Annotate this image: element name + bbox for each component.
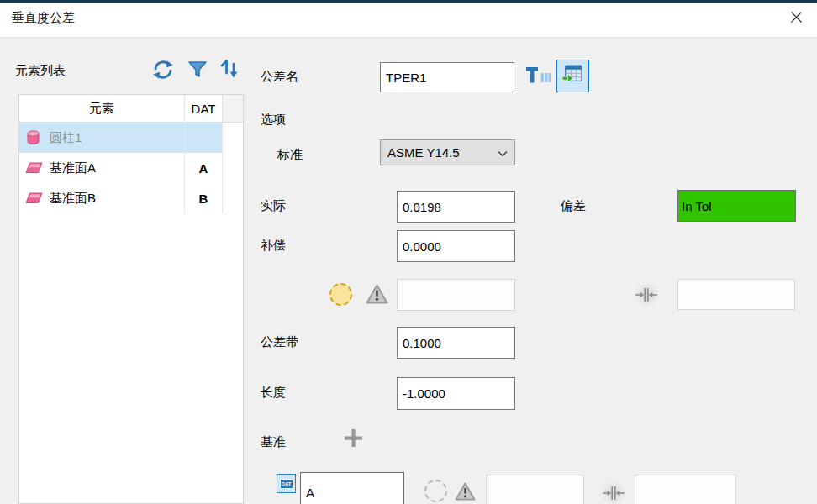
datum-badge-icon: DAT xyxy=(277,474,296,493)
element-table: 元素 DAT 圆柱1 基准面A A xyxy=(18,94,244,504)
filter-icon xyxy=(187,60,208,83)
length-label: 长度 xyxy=(261,385,286,401)
element-list-title: 元素列表 xyxy=(15,63,66,79)
send-to-report-button[interactable] xyxy=(556,60,589,92)
datum-material-condition-circle-icon[interactable] xyxy=(424,480,447,502)
datum-badge-text: DAT xyxy=(280,479,293,489)
length-input[interactable] xyxy=(397,377,515,410)
close-icon xyxy=(790,11,803,27)
tolerance-band-label: 公差带 xyxy=(261,334,298,350)
row-dat-value xyxy=(184,123,222,153)
add-datum-button[interactable] xyxy=(341,428,365,451)
row-label: 基准面B xyxy=(50,191,96,207)
row-dat-value: A xyxy=(184,153,222,183)
datum-zone-width-input xyxy=(635,475,736,504)
plane-icon xyxy=(25,160,43,176)
zone-width-icon xyxy=(634,282,659,307)
row-label: 基准面A xyxy=(50,160,96,176)
material-condition-circle-icon[interactable] xyxy=(329,283,352,306)
title-bar xyxy=(0,3,817,38)
chevron-down-icon xyxy=(498,145,508,160)
standard-label: 标准 xyxy=(277,147,303,163)
datum-section-label: 基准 xyxy=(261,434,286,450)
plane-icon xyxy=(25,190,43,207)
rename-tolerance-button[interactable] xyxy=(524,65,554,88)
datum-warning-triangle-icon xyxy=(455,481,476,504)
standard-selected-value: ASME Y14.5 xyxy=(387,145,460,160)
column-header-element[interactable]: 元素 xyxy=(19,95,184,122)
warning-triangle-icon xyxy=(366,283,388,308)
text-label-icon xyxy=(524,63,553,90)
deviation-status-text: In Tol xyxy=(682,199,712,213)
actual-value-input[interactable] xyxy=(397,191,515,223)
sort-button[interactable] xyxy=(218,59,241,84)
tolerance-name-input[interactable] xyxy=(380,62,514,92)
deviation-label: 偏差 xyxy=(561,198,586,214)
dialog-title: 垂直度公差 xyxy=(12,0,75,34)
table-row-cylinder[interactable]: 圆柱1 xyxy=(19,123,243,153)
filter-button[interactable] xyxy=(187,60,208,82)
cylinder-icon xyxy=(25,129,43,146)
tolerance-band-input[interactable] xyxy=(397,327,515,359)
compensation-value-input[interactable] xyxy=(397,230,515,262)
plus-icon xyxy=(342,427,365,453)
standard-select[interactable]: ASME Y14.5 xyxy=(380,139,515,165)
close-button[interactable] xyxy=(783,7,809,30)
table-row-datum-plane-b[interactable]: 基准面B B xyxy=(19,183,243,213)
row-dat-value: B xyxy=(184,183,222,213)
zone-width-input xyxy=(677,279,795,310)
tolerance-name-label: 公差名 xyxy=(261,69,298,85)
table-export-icon xyxy=(561,63,584,89)
datum-name-input[interactable] xyxy=(300,472,404,504)
deviation-status-field: In Tol xyxy=(677,190,796,222)
options-section-label: 选项 xyxy=(261,112,286,128)
datum-material-condition-input xyxy=(486,475,584,504)
refresh-icon xyxy=(152,59,174,84)
sort-icon xyxy=(218,57,241,86)
material-condition-input xyxy=(397,279,515,311)
actual-label: 实际 xyxy=(261,198,286,214)
column-header-spacer xyxy=(222,95,243,122)
row-label: 圆柱1 xyxy=(50,130,82,146)
table-row-datum-plane-a[interactable]: 基准面A A xyxy=(19,153,243,183)
compensation-label: 补偿 xyxy=(261,238,286,254)
refresh-button[interactable] xyxy=(151,60,175,83)
datum-zone-width-icon xyxy=(601,480,626,504)
column-header-dat[interactable]: DAT xyxy=(184,95,222,122)
element-table-header: 元素 DAT xyxy=(19,95,243,123)
